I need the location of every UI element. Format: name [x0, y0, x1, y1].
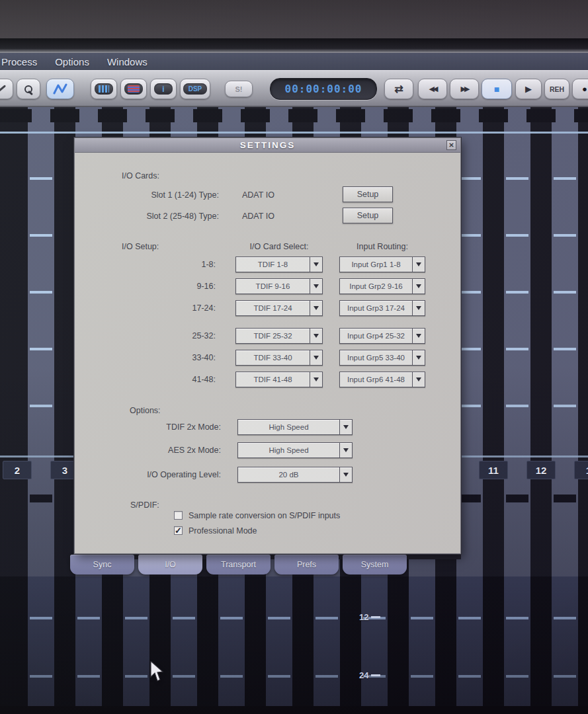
level-bars-icon	[99, 85, 109, 93]
meter-scale-12: 12	[359, 612, 380, 622]
dropdown-arrow-icon	[416, 377, 421, 381]
slot1-setup-button[interactable]: Setup	[343, 186, 393, 202]
options-label: Options:	[130, 406, 161, 415]
dropdown-arrow-icon	[416, 356, 421, 360]
close-icon: ✕	[448, 141, 454, 149]
dropdown-arrow-icon	[343, 473, 349, 477]
screen-photo: Process Options Windows i DSP S!	[0, 0, 588, 714]
dropdown-arrow-icon	[314, 262, 319, 266]
play-icon: ▶	[525, 85, 532, 93]
dialog-titlebar[interactable]: SETTINGS ✕	[75, 138, 460, 153]
routing-17-24[interactable]: Input Grp3 17-24	[339, 300, 425, 316]
col-card-select: I/O Card Select:	[235, 242, 323, 251]
menu-item-windows[interactable]: Windows	[107, 56, 147, 67]
slot2-label: Slot 2 (25-48) Type:	[113, 212, 219, 221]
sample-rate-conversion-checkbox[interactable]	[174, 511, 183, 520]
professional-mode-checkbox[interactable]: ✓	[174, 526, 183, 535]
channel-number: 11	[479, 461, 508, 479]
solo-button[interactable]: S!	[225, 81, 253, 97]
play-button[interactable]: ▶	[515, 79, 542, 99]
dropdown-arrow-icon	[314, 377, 319, 381]
fast-forward-button[interactable]: ▶▶	[450, 79, 479, 99]
slot2-setup-button[interactable]: Setup	[343, 208, 393, 223]
mixer-view-button[interactable]	[120, 79, 147, 99]
routing-25-32[interactable]: Input Grp4 25-32	[339, 328, 425, 344]
pencil-tool-button[interactable]	[0, 79, 13, 99]
card-select-1-8[interactable]: TDIF 1-8	[235, 257, 323, 272]
io-cards-label: I/O Cards:	[122, 171, 159, 180]
pencil-icon	[0, 85, 6, 93]
dropdown-arrow-icon	[416, 334, 421, 338]
magnify-tool-button[interactable]	[17, 79, 40, 99]
dialog-title: SETTINGS	[240, 140, 296, 150]
stop-icon: ■	[494, 85, 499, 94]
record-icon: ●	[582, 85, 587, 93]
tab-transport[interactable]: Transport	[206, 555, 271, 575]
info-icon: i	[162, 85, 164, 94]
sample-rate-conversion-label: Sample rate conversion on S/PDIF inputs	[189, 511, 340, 520]
col-input-routing: Input Routing:	[339, 242, 425, 251]
channel-number: 2	[3, 461, 32, 479]
dropdown-arrow-icon	[314, 356, 319, 360]
channel-number: 1	[574, 461, 588, 479]
settings-dialog: SETTINGS ✕ I/O Cards: Slot 1 (1-24) Type…	[74, 138, 461, 554]
slot2-value: ADAT IO	[242, 212, 274, 221]
dropdown-arrow-icon	[314, 306, 319, 310]
io-setup-label: I/O Setup:	[122, 242, 159, 251]
dropdown-arrow-icon	[314, 284, 319, 288]
dsp-button[interactable]: DSP	[180, 79, 210, 99]
waveform-view-button[interactable]	[46, 79, 74, 99]
channel-number: 12	[526, 461, 556, 479]
slot1-label: Slot 1 (1-24) Type:	[113, 190, 219, 200]
tab-prefs[interactable]: Prefs	[274, 555, 339, 575]
aes-2x-mode-select[interactable]: High Speed	[237, 442, 353, 458]
tab-system[interactable]: System	[343, 555, 407, 575]
tdif-2x-mode-select[interactable]: High Speed	[237, 419, 353, 435]
routing-9-16[interactable]: Input Grp2 9-16	[339, 278, 425, 294]
loop-icon: ⇄	[394, 84, 403, 95]
card-select-41-48[interactable]: TDIF 41-48	[235, 372, 323, 387]
close-button[interactable]: ✕	[446, 140, 456, 150]
meters-button[interactable]	[91, 79, 117, 99]
track-list-icon	[128, 85, 140, 93]
tab-sync[interactable]: Sync	[70, 555, 134, 575]
slot1-value: ADAT IO	[242, 190, 274, 200]
card-select-33-40[interactable]: TDIF 33-40	[235, 350, 323, 366]
monitor-bezel-bottom	[0, 706, 588, 714]
stop-button[interactable]: ■	[482, 79, 512, 99]
menu-item-options[interactable]: Options	[55, 56, 89, 67]
tab-io[interactable]: I/O	[138, 555, 202, 575]
routing-33-40[interactable]: Input Grp5 33-40	[339, 350, 425, 366]
menu-item-process[interactable]: Process	[1, 56, 37, 67]
check-icon: ✓	[175, 526, 182, 535]
timecode-value: 00:00:00:00	[285, 83, 362, 95]
rehearse-button[interactable]: REH	[544, 79, 569, 99]
waveform-icon	[53, 83, 67, 95]
routing-1-8[interactable]: Input Grp1 1-8	[339, 257, 425, 272]
info-button[interactable]: i	[150, 79, 177, 99]
record-button[interactable]: ●	[572, 79, 588, 99]
spdif-label: S/PDIF:	[130, 500, 159, 510]
card-select-25-32[interactable]: TDIF 25-32	[235, 328, 323, 344]
meter-scale-24: 24	[359, 670, 380, 680]
background-wall	[0, 0, 588, 38]
magnifier-icon	[24, 85, 33, 94]
dropdown-arrow-icon	[416, 284, 421, 288]
dsp-icon: DSP	[189, 85, 202, 93]
mouse-cursor	[149, 661, 164, 682]
dropdown-arrow-icon	[416, 262, 421, 266]
loop-button[interactable]: ⇄	[384, 79, 413, 99]
transport-toolbar: i DSP S! 00:00:00:00 ⇄ ◀◀ ▶▶ ■ ▶ REH	[0, 70, 588, 107]
dropdown-arrow-icon	[343, 448, 349, 452]
rewind-button[interactable]: ◀◀	[418, 79, 447, 99]
routing-41-48[interactable]: Input Grp6 41-48	[339, 372, 425, 387]
timecode-display: 00:00:00:00	[270, 78, 377, 100]
io-operating-level-select[interactable]: 20 dB	[237, 467, 353, 483]
monitor-bezel-top	[0, 38, 588, 53]
fast-forward-icon: ▶▶	[461, 85, 468, 93]
card-select-17-24[interactable]: TDIF 17-24	[235, 300, 323, 316]
card-select-9-16[interactable]: TDIF 9-16	[235, 278, 323, 294]
dropdown-arrow-icon	[314, 334, 319, 338]
dropdown-arrow-icon	[416, 306, 421, 310]
rewind-icon: ◀◀	[429, 85, 437, 93]
